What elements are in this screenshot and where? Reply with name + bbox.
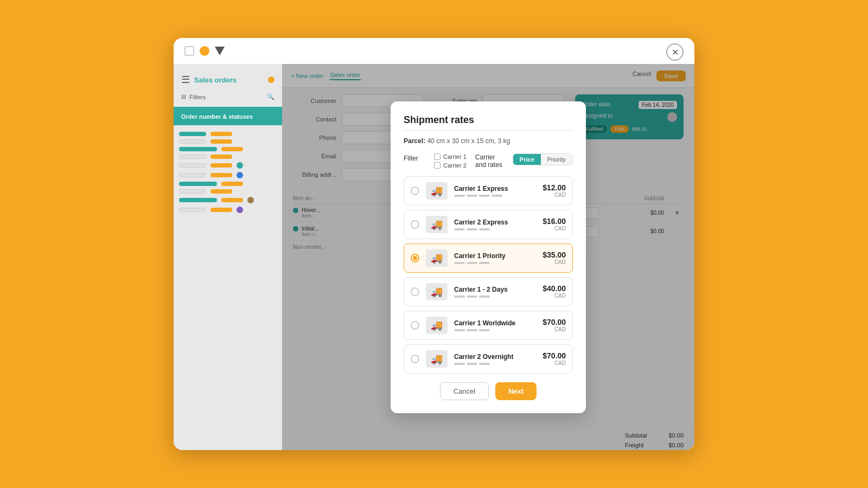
price-toggle-button[interactable]: Price bbox=[513, 154, 541, 165]
rate-bars bbox=[454, 363, 536, 365]
modal-overlay: Shipment rates Parcel: 40 cm x 30 cm x 1… bbox=[282, 64, 694, 450]
rate-item-carrier2-express[interactable]: 🚚 Carrier 2 Express $16.00 bbox=[404, 210, 573, 239]
list-item[interactable] bbox=[179, 197, 277, 203]
rate-currency: CAD bbox=[542, 259, 566, 265]
rate-price-amount: $40.00 bbox=[542, 284, 566, 293]
price-priority-toggle: Price Priority bbox=[513, 153, 573, 165]
bar-segment bbox=[179, 155, 206, 159]
status-dot bbox=[237, 207, 243, 213]
bar-segment bbox=[210, 155, 232, 159]
rate-radio[interactable] bbox=[411, 287, 419, 296]
section-title: Order number & statuses bbox=[181, 113, 253, 120]
bar-segment bbox=[179, 189, 206, 194]
rate-currency: CAD bbox=[542, 326, 566, 332]
truck-icon: 🚚 bbox=[426, 317, 448, 334]
parcel-value: 40 cm x 30 cm x 15 cm, 3 kg bbox=[427, 137, 510, 145]
next-button[interactable]: Next bbox=[495, 382, 537, 400]
carrier2-filter-label: Carrier 2 bbox=[443, 162, 467, 169]
list-item[interactable] bbox=[179, 189, 277, 194]
rate-price: $40.00 CAD bbox=[542, 284, 566, 299]
user-avatar bbox=[268, 76, 275, 83]
status-dot bbox=[247, 197, 254, 203]
rate-radio[interactable] bbox=[411, 321, 419, 330]
modal-footer: Cancel Next bbox=[404, 382, 573, 400]
list-item[interactable] bbox=[179, 162, 277, 169]
filter-carrier1[interactable]: Carrier 1 bbox=[434, 153, 467, 160]
list-item[interactable] bbox=[179, 207, 277, 213]
parcel-label: Parcel: bbox=[404, 137, 425, 145]
bar-seg bbox=[467, 228, 477, 230]
main-window: ✕ ☰ Sales orders ⊟ Filters 🔍 Order numbe… bbox=[174, 38, 694, 450]
list-item[interactable] bbox=[179, 155, 277, 159]
rate-bars bbox=[454, 296, 536, 298]
list-item[interactable] bbox=[179, 172, 277, 178]
rate-item-carrier2-overnight[interactable]: 🚚 Carrier 2 Overnight $70.00 bbox=[404, 344, 573, 374]
list-item[interactable] bbox=[179, 132, 277, 136]
bar-seg bbox=[467, 329, 477, 331]
rate-price: $16.00 CAD bbox=[542, 217, 566, 232]
bar-seg bbox=[479, 296, 490, 298]
priority-toggle-button[interactable]: Priority bbox=[541, 154, 572, 165]
bar-seg bbox=[479, 329, 490, 331]
rate-price-amount: $70.00 bbox=[542, 318, 566, 326]
sidebar-title: Sales orders bbox=[194, 76, 237, 84]
rate-price-amount: $16.00 bbox=[542, 217, 566, 226]
rate-bars bbox=[454, 262, 536, 264]
bar-seg bbox=[454, 228, 465, 230]
bar-segment bbox=[210, 139, 232, 144]
rate-details: Carrier 1 - 2 Days bbox=[454, 286, 536, 298]
bar-seg bbox=[467, 363, 477, 365]
rate-radio[interactable] bbox=[411, 355, 419, 363]
bar-seg bbox=[479, 228, 490, 230]
titlebar: ✕ bbox=[174, 38, 694, 64]
main-area: + New order Sales order Cancel Save Cust… bbox=[282, 64, 694, 450]
bar-segment bbox=[210, 163, 232, 168]
rate-price: $70.00 CAD bbox=[542, 318, 566, 332]
rate-item-carrier1-express[interactable]: 🚚 Carrier 1 Express bbox=[404, 176, 573, 206]
rate-currency: CAD bbox=[542, 192, 566, 198]
status-dot bbox=[237, 172, 243, 178]
sidebar-rows bbox=[174, 129, 282, 216]
rate-radio-selected[interactable] bbox=[411, 254, 419, 262]
filter-carrier2[interactable]: Carrier 2 bbox=[434, 162, 467, 169]
menu-icon[interactable]: ☰ bbox=[181, 74, 190, 86]
bar-segment bbox=[221, 198, 243, 202]
rate-item-carrier1-priority[interactable]: 🚚 Carrier 1 Priority $35.00 bbox=[404, 243, 573, 273]
rate-radio[interactable] bbox=[411, 187, 419, 195]
rate-item-carrier1-2days[interactable]: 🚚 Carrier 1 - 2 Days $40.00 bbox=[404, 277, 573, 306]
search-icon[interactable]: 🔍 bbox=[267, 93, 275, 100]
truck-icon: 🚚 bbox=[426, 249, 448, 267]
bar-seg bbox=[479, 363, 490, 365]
checkbox[interactable] bbox=[434, 162, 441, 169]
truck-icon: 🚚 bbox=[426, 283, 448, 300]
list-item[interactable] bbox=[179, 182, 277, 186]
triangle-icon bbox=[215, 47, 225, 55]
rate-details: Carrier 1 Express bbox=[454, 185, 536, 197]
modal-title: Shipment rates bbox=[404, 114, 573, 126]
bar-seg bbox=[467, 195, 477, 197]
close-button[interactable]: ✕ bbox=[666, 43, 684, 61]
bar-seg bbox=[454, 296, 465, 298]
filter-icon: ⊟ bbox=[181, 93, 186, 100]
checkbox[interactable] bbox=[434, 153, 441, 160]
rate-details: Carrier 1 Worldwide bbox=[454, 319, 536, 331]
bar-seg bbox=[479, 195, 490, 197]
rate-price: $12.00 CAD bbox=[542, 183, 566, 198]
sidebar-header: ☰ Sales orders bbox=[174, 69, 282, 90]
sidebar-filters[interactable]: ⊟ Filters 🔍 bbox=[174, 90, 282, 104]
bar-seg bbox=[454, 363, 465, 365]
bar-segment bbox=[210, 132, 232, 136]
bar-segment bbox=[179, 163, 206, 168]
rate-name: Carrier 1 Priority bbox=[454, 252, 536, 260]
bar-seg bbox=[454, 195, 465, 197]
bar-seg bbox=[467, 296, 477, 298]
list-item[interactable] bbox=[179, 139, 277, 144]
truck-icon: 🚚 bbox=[426, 182, 448, 200]
rate-price-amount: $35.00 bbox=[542, 251, 566, 259]
rate-radio[interactable] bbox=[411, 220, 419, 229]
bar-segment bbox=[179, 198, 217, 202]
rate-item-carrier1-worldwide[interactable]: 🚚 Carrier 1 Worldwide $70.00 bbox=[404, 311, 573, 340]
bar-segment bbox=[210, 208, 232, 212]
cancel-button[interactable]: Cancel bbox=[440, 382, 489, 400]
list-item[interactable] bbox=[179, 147, 277, 151]
